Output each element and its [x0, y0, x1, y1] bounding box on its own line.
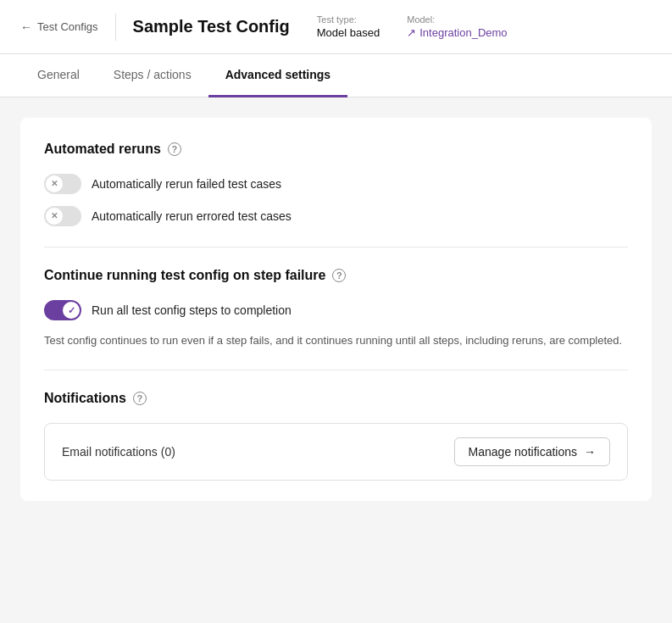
automated-reruns-title: Automated reruns ? — [44, 142, 628, 157]
toggle-rerun-failed-switch[interactable]: ✕ — [44, 174, 81, 194]
notifications-title: Notifications ? — [44, 391, 628, 406]
toggle-rerun-errored-label: Automatically rerun errored test cases — [92, 209, 292, 223]
manage-notifications-button[interactable]: Manage notifications → — [454, 437, 610, 466]
automated-reruns-help-icon[interactable]: ? — [168, 142, 181, 156]
toggle-rerun-errored-switch[interactable]: ✕ — [44, 206, 81, 226]
model-label: Model: — [407, 14, 507, 25]
model-link[interactable]: ↗ Integration_Demo — [407, 26, 507, 39]
notifications-box: Email notifications (0) Manage notificat… — [44, 423, 628, 481]
toggle-rerun-failed-label: Automatically rerun failed test cases — [92, 177, 281, 191]
manage-notifications-label: Manage notifications — [469, 445, 577, 459]
tab-general[interactable]: General — [20, 54, 97, 97]
toggle-on-knob: ✓ — [63, 302, 80, 319]
test-type-label: Test type: — [317, 14, 380, 25]
header-divider — [115, 14, 116, 41]
external-link-icon: ↗ — [407, 26, 416, 39]
section-divider-1 — [44, 247, 628, 248]
toggle-knob-2: ✕ — [46, 208, 63, 225]
toggle-run-completion-switch[interactable]: ✓ — [44, 300, 81, 320]
back-arrow-icon: ← — [20, 20, 32, 34]
x-mark-icon-2: ✕ — [51, 212, 58, 220]
section-divider-2 — [44, 370, 628, 370]
toggle-run-completion-label: Run all test config steps to completion — [92, 303, 292, 317]
continue-running-title: Continue running test config on step fai… — [44, 268, 628, 283]
page-title: Sample Test Config — [133, 17, 290, 36]
tab-steps-actions[interactable]: Steps / actions — [97, 54, 208, 97]
toggle-rerun-errored: ✕ Automatically rerun errored test cases — [44, 206, 628, 226]
continue-running-helper-text: Test config continues to run even if a s… — [44, 332, 628, 349]
x-mark-icon: ✕ — [51, 180, 58, 188]
back-link-label: Test Configs — [37, 20, 98, 33]
model-meta: Model: ↗ Integration_Demo — [407, 14, 507, 39]
header-meta: Test type: Model based Model: ↗ Integrat… — [317, 14, 508, 39]
notifications-help-icon[interactable]: ? — [133, 392, 147, 405]
continue-running-help-icon[interactable]: ? — [332, 269, 346, 282]
main-content: Automated reruns ? ✕ Automatically rerun… — [0, 97, 672, 521]
toggle-rerun-failed: ✕ Automatically rerun failed test cases — [44, 174, 628, 194]
toggle-knob: ✕ — [46, 175, 63, 192]
arrow-right-icon: → — [584, 445, 596, 459]
page-header: ← Test Configs Sample Test Config Test t… — [0, 0, 672, 54]
model-link-text: Integration_Demo — [419, 26, 507, 39]
toggle-run-completion: ✓ Run all test config steps to completio… — [44, 300, 628, 320]
settings-section: Automated reruns ? ✕ Automatically rerun… — [20, 118, 652, 501]
back-link[interactable]: ← Test Configs — [20, 20, 98, 34]
tab-advanced-settings[interactable]: Advanced settings — [208, 54, 347, 97]
check-mark-icon: ✓ — [68, 305, 75, 316]
email-notifications-label: Email notifications (0) — [62, 445, 175, 459]
test-type-value: Model based — [317, 26, 380, 39]
tabs-bar: General Steps / actions Advanced setting… — [0, 54, 672, 97]
test-type-meta: Test type: Model based — [317, 14, 380, 39]
